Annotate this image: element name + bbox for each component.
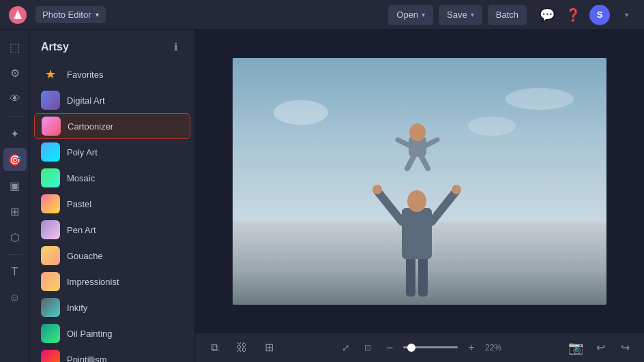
svg-point-18 (274, 100, 328, 125)
expand-icon: ⤢ (342, 342, 350, 353)
inkify-icon (41, 298, 60, 317)
layers-button[interactable]: ⧉ (205, 338, 224, 357)
panel-title: Artsy (41, 41, 69, 53)
svg-point-13 (409, 123, 426, 141)
impressionist-icon (41, 272, 60, 291)
filter-item-pointillism[interactable]: Pointillism (34, 346, 190, 362)
filter-label-favorites: Favorites (67, 70, 103, 80)
bottom-bar: ⧉ ⛓ ⊞ ⤢ ⊡ − + (195, 332, 644, 362)
sidebar-effects-button[interactable]: ✦ (3, 122, 27, 145)
link-icon: ⛓ (236, 342, 247, 354)
batch-label: Batch (496, 10, 518, 20)
open-chevron-icon: ▾ (422, 11, 425, 18)
open-label: Open (396, 10, 418, 20)
svg-rect-6 (402, 208, 432, 259)
zoom-slider[interactable] (403, 346, 458, 348)
filter-item-gouache[interactable]: Gouache (34, 243, 190, 269)
sidebar-adjust-button[interactable]: ⚙ (3, 61, 27, 85)
filter-item-digital-art[interactable]: Digital Art (34, 87, 190, 113)
filter-item-pen-art[interactable]: Pen Art (34, 217, 190, 243)
user-avatar-button[interactable]: S (589, 5, 610, 25)
filter-label-poly-art: Poly Art (67, 147, 98, 157)
sparkle-icon: ✦ (10, 127, 19, 140)
cartoonizer-icon (42, 117, 61, 136)
filter-list: ★ Favorites Digital Art Cartoonizer Poly… (30, 61, 194, 362)
filter-label-mosaic: Mosaic (67, 173, 95, 183)
app-title-button[interactable]: Photo Editor ▾ (35, 6, 106, 23)
save-button[interactable]: Save ▾ (439, 5, 482, 25)
panel-info-button[interactable]: ℹ (169, 40, 184, 55)
sidebar-text-button[interactable]: T (3, 260, 27, 284)
more-icon: ☺ (9, 292, 20, 304)
minus-icon: − (386, 342, 394, 354)
account-chevron-icon[interactable]: ▾ (617, 5, 636, 25)
filter-item-mosaic[interactable]: Mosaic (34, 165, 190, 191)
camera-icon: 📷 (568, 340, 583, 355)
open-button[interactable]: Open ▾ (388, 5, 433, 25)
plus-icon: + (468, 342, 474, 354)
topbar-right: 💬 ❓ S ▾ (538, 5, 636, 25)
bottom-right-buttons: 📷 ↩ ↪ (566, 338, 634, 357)
redo-button[interactable]: ↪ (615, 338, 634, 357)
svg-point-19 (506, 88, 574, 110)
sidebar-collage-button[interactable]: ⊞ (3, 200, 27, 223)
frame-icon: ▣ (10, 179, 20, 192)
sidebar-crop-button[interactable]: ⬚ (3, 35, 27, 59)
filter-item-inkify[interactable]: Inkify (34, 295, 190, 320)
poly-art-icon (41, 142, 60, 162)
crop-icon: ⬚ (10, 41, 20, 54)
chat-icon-button[interactable]: 💬 (538, 5, 557, 25)
text-icon: T (12, 266, 18, 278)
filter-label-pen-art: Pen Art (67, 225, 96, 235)
sidebar-more-button[interactable]: ☺ (3, 286, 27, 310)
sidebar-frames-button[interactable]: ▣ (3, 174, 27, 197)
filter-item-favorites[interactable]: ★ Favorites (34, 61, 190, 87)
enhance-icon: ⬡ (10, 231, 20, 244)
palette-icon: 🎯 (8, 153, 22, 166)
link-button[interactable]: ⛓ (232, 338, 251, 357)
filter-item-cartoonizer[interactable]: Cartoonizer (34, 113, 190, 139)
filter-label-gouache: Gouache (67, 251, 103, 261)
filter-item-poly-art[interactable]: Poly Art (34, 139, 190, 165)
fit-screen-button[interactable]: ⤢ (338, 340, 354, 356)
app-title-label: Photo Editor (42, 10, 91, 20)
filter-label-inkify: Inkify (67, 303, 87, 313)
filter-label-oil-painting: Oil Painting (67, 329, 112, 339)
filter-item-impressionist[interactable]: Impressionist (34, 269, 190, 295)
grid-view-button[interactable]: ⊞ (259, 338, 278, 357)
avatar-letter: S (597, 10, 603, 20)
panel-header: Artsy ℹ (30, 30, 194, 61)
filter-label-digital-art: Digital Art (67, 95, 105, 106)
redo-icon: ↪ (621, 341, 630, 354)
svg-point-10 (372, 185, 382, 194)
sidebar-preview-button[interactable]: 👁 (3, 87, 27, 110)
photo-frame (233, 58, 606, 305)
filter-item-oil-painting[interactable]: Oil Painting (34, 320, 190, 346)
undo-button[interactable]: ↩ (591, 338, 610, 357)
filter-label-pastel: Pastel (67, 199, 91, 209)
sidebar-artsy-button[interactable]: 🎯 (3, 148, 27, 171)
pen-art-icon (41, 220, 60, 239)
filter-item-pastel[interactable]: Pastel (34, 191, 190, 217)
zoom-out-button[interactable]: − (381, 340, 398, 356)
app-logo (8, 5, 27, 25)
filter-label-pointillism: Pointillism (67, 355, 107, 363)
photo-svg (233, 58, 606, 305)
gouache-icon (41, 246, 60, 265)
sidebar-separator-2 (7, 254, 23, 255)
pointillism-icon (41, 350, 60, 362)
canvas-content (195, 30, 644, 332)
canvas-area: ⧉ ⛓ ⊞ ⤢ ⊡ − + (195, 30, 644, 362)
save-label: Save (447, 10, 467, 20)
fit-actual-button[interactable]: ⊡ (360, 340, 376, 356)
icon-sidebar: ⬚ ⚙ 👁 ✦ 🎯 ▣ ⊞ ⬡ T ☺ (0, 30, 30, 362)
svg-point-20 (468, 117, 516, 136)
help-icon-button[interactable]: ❓ (564, 5, 583, 25)
batch-button[interactable]: Batch (488, 5, 527, 25)
zoom-percent-label: 22% (485, 343, 507, 352)
sidebar-enhance-button[interactable]: ⬡ (3, 226, 27, 249)
svg-point-11 (452, 185, 461, 194)
snapshot-button[interactable]: 📷 (566, 338, 585, 357)
zoom-in-button[interactable]: + (463, 340, 480, 356)
undo-icon: ↩ (596, 341, 605, 354)
